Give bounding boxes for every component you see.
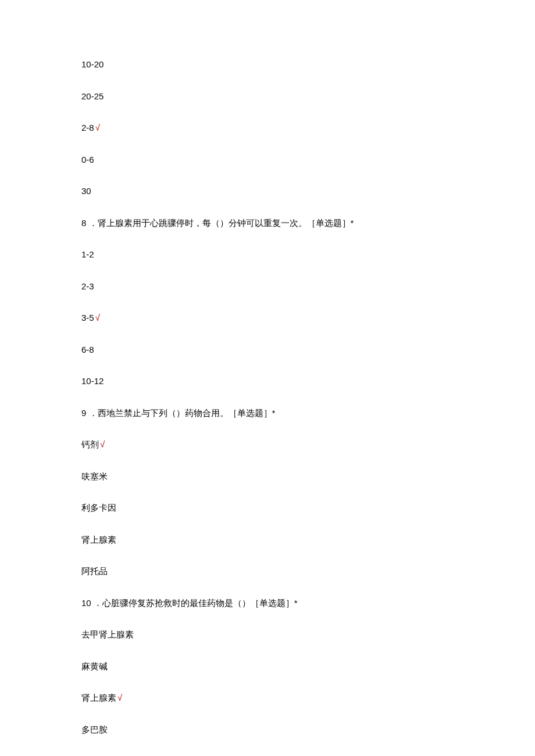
option-text: 0-6 <box>81 155 94 164</box>
q8-option-2: 2-3 <box>81 280 454 293</box>
option-text: 30 <box>81 186 91 196</box>
q7-option-3: 2-8√ <box>81 121 454 135</box>
q7-option-2: 20-25 <box>81 90 454 103</box>
option-text: 去甲肾上腺素 <box>81 629 134 639</box>
option-text: 10-20 <box>81 59 104 69</box>
option-text: 麻黄碱 <box>81 661 108 671</box>
option-text: 肾上腺素 <box>81 535 116 544</box>
option-text: 2-8 <box>81 123 94 132</box>
question-text: 肾上腺素用于心跳骤停时，每（）分钟可以重复一次。［单选题］* <box>98 218 354 228</box>
q9-option-3: 利多卡因 <box>81 501 454 515</box>
question-text: 西地兰禁止与下列（）药物合用。［单选题］* <box>98 408 276 418</box>
option-text: 呋塞米 <box>81 471 108 481</box>
question-10: 10 ．心脏骤停复苏抢救时的最佳药物是（）［单选题］* <box>81 597 454 610</box>
question-text: 心脏骤停复苏抢救时的最佳药物是（）［单选题］* <box>102 598 298 608</box>
question-8: 8 ．肾上腺素用于心跳骤停时，每（）分钟可以重复一次。［单选题］* <box>81 217 454 230</box>
option-text: 2-3 <box>81 281 94 291</box>
q10-option-4: 多巴胺 <box>81 723 454 737</box>
check-mark-icon: √ <box>117 693 122 703</box>
q9-option-2: 呋塞米 <box>81 470 454 483</box>
option-text: 肾上腺素 <box>81 693 116 703</box>
q9-option-5: 阿托品 <box>81 565 454 578</box>
check-mark-icon: √ <box>100 439 105 449</box>
q8-option-5: 10-12 <box>81 375 454 388</box>
question-number: 9 ． <box>81 408 98 418</box>
q10-option-1: 去甲肾上腺素 <box>81 628 454 642</box>
option-text: 利多卡因 <box>81 503 116 513</box>
q10-option-2: 麻黄碱 <box>81 660 454 673</box>
q9-option-4: 肾上腺素 <box>81 533 454 547</box>
option-text: 阿托品 <box>81 566 108 576</box>
check-mark-icon: √ <box>95 313 100 323</box>
option-text: 6-8 <box>81 345 94 354</box>
q7-option-4: 0-6 <box>81 153 454 167</box>
q9-option-1: 钙剂√ <box>81 438 454 452</box>
option-text: 20-25 <box>81 91 104 101</box>
q10-option-3: 肾上腺素√ <box>81 691 454 705</box>
q8-option-3: 3-5√ <box>81 311 454 325</box>
option-text: 10-12 <box>81 376 104 386</box>
q7-option-1: 10-20 <box>81 58 454 71</box>
q8-option-4: 6-8 <box>81 343 454 357</box>
question-number: 10 ． <box>81 598 102 608</box>
option-text: 1-2 <box>81 249 94 259</box>
question-number: 8 ． <box>81 218 98 228</box>
q8-option-1: 1-2 <box>81 248 454 261</box>
option-text: 钙剂 <box>81 439 99 449</box>
option-text: 多巴胺 <box>81 725 108 734</box>
question-9: 9 ．西地兰禁止与下列（）药物合用。［单选题］* <box>81 407 454 420</box>
check-mark-icon: √ <box>95 123 100 132</box>
q7-option-5: 30 <box>81 185 454 198</box>
option-text: 3-5 <box>81 313 94 323</box>
